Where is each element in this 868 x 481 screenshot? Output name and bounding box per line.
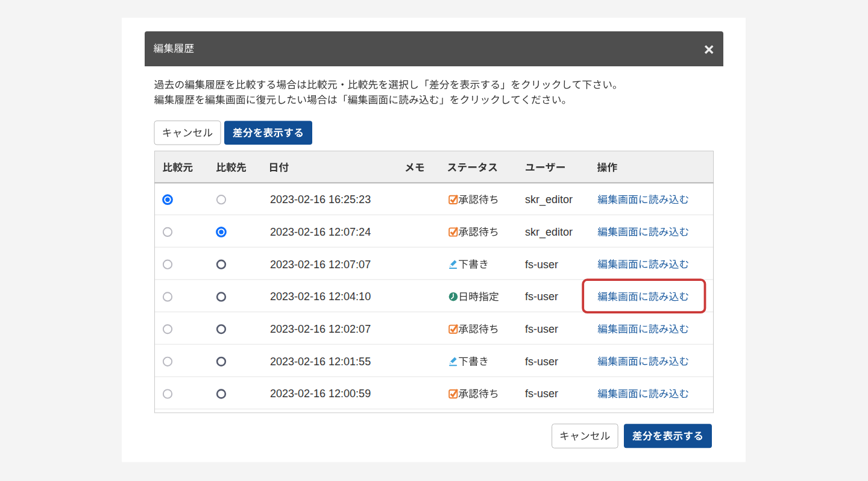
- svg-text:fs-user: fs-user: [525, 323, 558, 335]
- svg-text:2023-02-16 12:00:59: 2023-02-16 12:00:59: [270, 388, 371, 400]
- svg-text:fs-user: fs-user: [525, 259, 558, 271]
- svg-text:fs-user: fs-user: [525, 388, 558, 400]
- svg-text:2023-02-16 12:01:55: 2023-02-16 12:01:55: [270, 356, 371, 368]
- svg-text:2023-02-16 12:07:24: 2023-02-16 12:07:24: [270, 226, 371, 238]
- svg-text:skr_editor: skr_editor: [525, 193, 573, 206]
- svg-text:2023-02-16 12:04:10: 2023-02-16 12:04:10: [270, 291, 371, 303]
- svg-text:fs-user: fs-user: [525, 356, 558, 368]
- svg-text:2023-02-16 12:07:07: 2023-02-16 12:07:07: [270, 259, 371, 271]
- svg-text:fs-user: fs-user: [525, 291, 558, 303]
- svg-text:2023-02-16 12:02:07: 2023-02-16 12:02:07: [270, 323, 371, 335]
- svg-text:2023-02-16 16:25:23: 2023-02-16 16:25:23: [270, 193, 371, 206]
- svg-text:skr_editor: skr_editor: [525, 226, 573, 239]
